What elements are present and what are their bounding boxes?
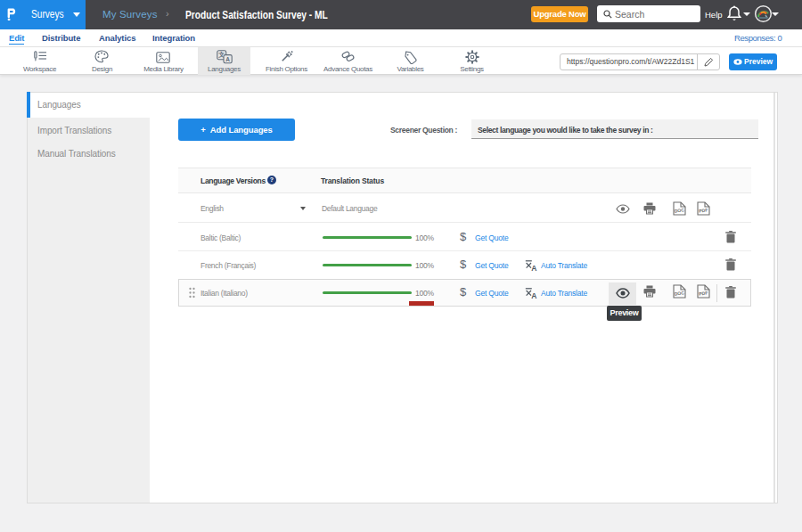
- svg-text:A: A: [531, 264, 536, 272]
- svg-text:DOC: DOC: [674, 290, 684, 297]
- svg-text:A: A: [225, 56, 230, 62]
- svg-text:PDF: PDF: [699, 290, 708, 296]
- svg-text:?: ?: [270, 176, 274, 183]
- svg-text:PDF: PDF: [699, 207, 708, 213]
- svg-text:DOC: DOC: [674, 207, 684, 214]
- svg-text:A: A: [531, 291, 536, 299]
